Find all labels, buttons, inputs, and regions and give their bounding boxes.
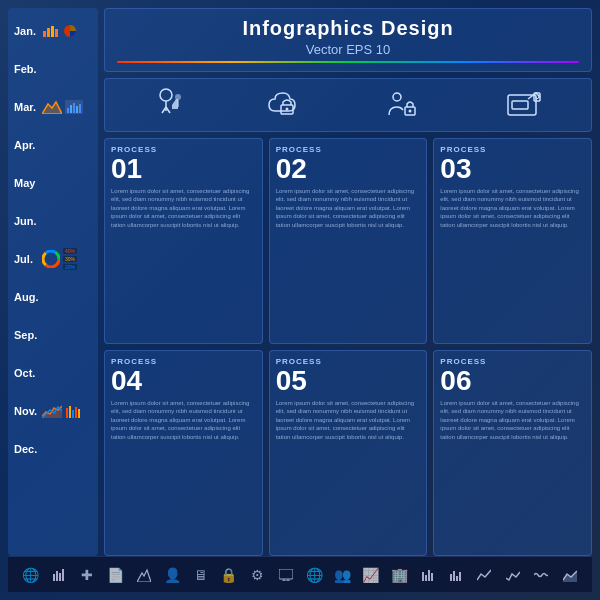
bottom-icon-globe2[interactable]: 🌐 [304,565,324,585]
svg-rect-3 [55,29,58,37]
month-jul: Jul. 40% 30% 20% [8,240,98,278]
scanner-item [504,87,544,123]
people-lock-icon [385,87,425,123]
title-underline [117,61,579,63]
bottom-icon-monitor[interactable]: 🖥 [191,565,211,585]
bottom-icon-people[interactable]: 👥 [332,565,352,585]
pct-1: 40% [63,248,77,254]
bottom-icon-area[interactable] [560,565,580,585]
icons-row [104,78,592,132]
svg-rect-22 [78,409,80,418]
svg-point-30 [285,108,288,111]
month-label-aug: Aug. [14,291,42,303]
title-area: Infographics Design Vector EPS 10 [104,8,592,72]
svg-rect-18 [66,408,68,418]
bottom-icon-person[interactable]: 👤 [162,565,182,585]
svg-marker-41 [137,570,151,582]
svg-rect-9 [70,105,72,113]
month-may: May [8,164,98,202]
month-icons-jul: 40% 30% 20% [42,248,92,270]
process-card-03[interactable]: PROCESS 03 Lorem ipsum dolor sit amet, c… [433,138,592,344]
svg-rect-48 [428,570,430,581]
svg-rect-0 [43,31,46,37]
svg-point-33 [409,110,412,113]
process-text-05: Lorem ipsum dolor sit amet, consectetuer… [276,399,421,441]
bottom-icon-line2[interactable] [503,565,523,585]
bottom-icon-trend[interactable]: 📈 [361,565,381,585]
people-lock-item [385,87,425,123]
svg-rect-21 [75,407,77,418]
bottom-icon-gear[interactable]: ⚙ [247,565,267,585]
svg-rect-37 [53,574,55,581]
month-label-mar: Mar. [14,101,42,113]
right-content: Infographics Design Vector EPS 10 [104,8,592,556]
bottom-icon-wave[interactable] [531,565,551,585]
process-number-02: 02 [276,155,421,183]
bottom-icon-doc[interactable]: 📄 [105,565,125,585]
svg-rect-49 [431,573,433,581]
process-text-06: Lorem ipsum dolor sit amet, consectetuer… [440,399,585,441]
svg-rect-53 [459,572,461,581]
pct-3: 20% [63,264,77,270]
process-text-04: Lorem ipsum dolor sit amet, consectetuer… [111,399,256,441]
process-card-06[interactable]: PROCESS 06 Lorem ipsum dolor sit amet, c… [433,350,592,556]
svg-rect-38 [56,571,58,581]
svg-rect-50 [450,574,452,581]
scanner-icon [504,87,544,123]
process-text-01: Lorem ipsum dolor sit amet, consectetuer… [111,187,256,229]
process-card-01[interactable]: PROCESS 01 Lorem ipsum dolor sit amet, c… [104,138,263,344]
main-title: Infographics Design [117,17,579,40]
process-card-04[interactable]: PROCESS 04 Lorem ipsum dolor sit amet, c… [104,350,263,556]
svg-rect-10 [73,103,75,113]
month-nov: Nov. [8,392,98,430]
process-text-03: Lorem ipsum dolor sit amet, consectetuer… [440,187,585,229]
bottom-icon-line1[interactable] [474,565,494,585]
month-oct: Oct. [8,354,98,392]
process-number-03: 03 [440,155,585,183]
svg-rect-46 [422,572,424,581]
bottom-icon-mountain2[interactable] [134,565,154,585]
cloud-lock-item [267,87,307,123]
svg-rect-47 [425,575,427,581]
donut-icon [42,250,60,268]
process-grid: PROCESS 01 Lorem ipsum dolor sit amet, c… [104,138,592,556]
bottom-icon-lock[interactable]: 🔒 [219,565,239,585]
pie-icon [63,24,77,38]
bottom-icon-screen[interactable] [276,565,296,585]
svg-rect-39 [59,573,61,581]
svg-rect-40 [62,569,64,581]
month-dec: Dec. [8,430,98,468]
top-section: Jan. [8,8,592,556]
percentage-labels: 40% 30% 20% [63,248,77,270]
touch-item [152,87,188,123]
month-icons-mar [42,100,92,114]
sidebar: Jan. [8,8,98,556]
month-jan: Jan. [8,12,98,50]
process-number-04: 04 [111,367,256,395]
process-card-05[interactable]: PROCESS 05 Lorem ipsum dolor sit amet, c… [269,350,428,556]
month-feb: Feb. [8,50,98,88]
svg-rect-20 [72,410,74,418]
chart-icon [65,100,83,114]
bottom-icon-bars2[interactable] [418,565,438,585]
month-label-sep: Sep. [14,329,42,341]
subtitle: Vector EPS 10 [117,42,579,57]
bars-icon [42,25,60,37]
svg-rect-52 [456,576,458,581]
bottom-icon-plus[interactable]: ✚ [77,565,97,585]
touch-icon [152,87,188,123]
bottom-bar: 🌐 ✚ 📄 👤 🖥 🔒 ⚙ 🌐 👥 📈 🏢 [8,556,592,592]
mountain-icon [42,100,62,114]
month-sep: Sep. [8,316,98,354]
svg-point-31 [393,93,401,101]
bottom-icon-building[interactable]: 🏢 [389,565,409,585]
svg-point-23 [160,89,172,101]
bottom-icon-bar[interactable] [49,565,69,585]
process-card-02[interactable]: PROCESS 02 Lorem ipsum dolor sit amet, c… [269,138,428,344]
bottom-icon-bars3[interactable] [446,565,466,585]
month-apr: Apr. [8,126,98,164]
month-mar: Mar. [8,88,98,126]
month-label-jun: Jun. [14,215,42,227]
svg-rect-12 [79,104,81,113]
bottom-icon-globe[interactable]: 🌐 [20,565,40,585]
